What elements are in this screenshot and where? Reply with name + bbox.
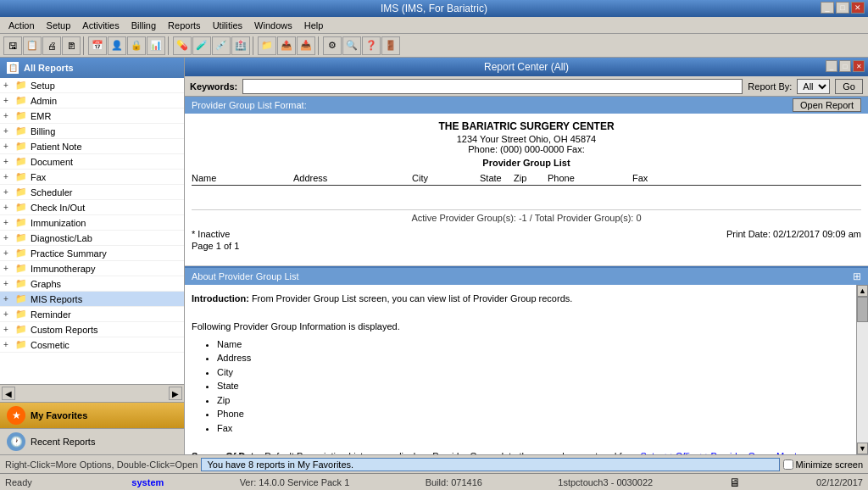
report-center: Report Center (All) _ □ ✕ Keywords: Repo… bbox=[185, 58, 868, 454]
tree-item-custom-reports[interactable]: + 📁 Custom Reports bbox=[0, 322, 184, 337]
tree-item-emr[interactable]: + 📁 EMR bbox=[0, 109, 184, 124]
tree-label-graphs: Graphs bbox=[31, 279, 61, 289]
toolbar-btn-17[interactable]: 🔍 bbox=[342, 36, 361, 55]
rc-restore-btn[interactable]: □ bbox=[839, 60, 851, 72]
toolbar-btn-19[interactable]: 🚪 bbox=[381, 36, 400, 55]
col-zip: Zip bbox=[514, 173, 548, 183]
expand-icon: + bbox=[3, 325, 15, 334]
toolbar-btn-3[interactable]: 🖨 bbox=[42, 36, 61, 55]
tree-item-mis-reports[interactable]: + 📁 MIS Reports bbox=[0, 292, 184, 307]
menu-windows[interactable]: Windows bbox=[249, 19, 298, 31]
toolbar-sep-1 bbox=[83, 36, 86, 55]
tree-item-diagnostic[interactable]: + 📁 Diagnostic/Lab bbox=[0, 231, 184, 246]
menu-activities[interactable]: Activities bbox=[77, 19, 124, 31]
folder-icon: 📁 bbox=[15, 217, 27, 228]
expand-icon: + bbox=[3, 187, 15, 197]
scrollbar-thumb[interactable] bbox=[857, 297, 868, 322]
tree-item-scheduler[interactable]: + 📁 Scheduler bbox=[0, 185, 184, 200]
tree-item-practice-summary[interactable]: + 📁 Practice Summary bbox=[0, 246, 184, 261]
menu-reports[interactable]: Reports bbox=[163, 19, 206, 31]
toolbar-btn-5[interactable]: 📅 bbox=[88, 36, 107, 55]
folder-icon: 📁 bbox=[15, 125, 27, 136]
tree-label-practice-summary: Practice Summary bbox=[31, 248, 107, 259]
title-controls: _ □ ✕ bbox=[821, 2, 865, 14]
about-body: Introduction: From Provider Group List s… bbox=[185, 285, 868, 454]
all-reports-header[interactable]: 📋 All Reports bbox=[0, 58, 184, 78]
toolbar-btn-16[interactable]: ⚙ bbox=[323, 36, 342, 55]
bullet-zip: Zip bbox=[217, 393, 849, 408]
tree-container: + 📁 Setup + 📁 Admin + 📁 EMR + 📁 Billing … bbox=[0, 78, 184, 384]
menu-billing[interactable]: Billing bbox=[126, 19, 161, 31]
tree-item-patient-note[interactable]: + 📁 Patient Note bbox=[0, 139, 184, 154]
report-by-select[interactable]: All bbox=[797, 79, 830, 94]
rc-minimize-btn[interactable]: _ bbox=[826, 60, 837, 72]
col-name: Name bbox=[192, 173, 293, 183]
tree-item-reminder[interactable]: + 📁 Reminder bbox=[0, 307, 184, 322]
clinic-phone: Phone: (000) 000-0000 Fax: bbox=[192, 144, 861, 154]
source-link[interactable]: Setup>>Office>>Provider Group Master bbox=[641, 451, 805, 455]
scroll-left-btn[interactable]: ◀ bbox=[2, 387, 15, 400]
clinic-name: THE BARIATRIC SURGERY CENTER bbox=[192, 120, 861, 132]
menu-action[interactable]: Action bbox=[3, 19, 40, 31]
tree-item-immunotherapy[interactable]: + 📁 Immunotherapy bbox=[0, 261, 184, 276]
tree-item-document[interactable]: + 📁 Document bbox=[0, 154, 184, 170]
bottom-status: Ready bbox=[5, 477, 56, 487]
menu-utilities[interactable]: Utilities bbox=[208, 19, 248, 31]
toolbar-btn-14[interactable]: 📤 bbox=[277, 36, 296, 55]
toolbar-btn-7[interactable]: 🔒 bbox=[127, 36, 146, 55]
tree-item-setup[interactable]: + 📁 Setup bbox=[0, 78, 184, 93]
scroll-right-btn[interactable]: ▶ bbox=[169, 387, 182, 400]
menu-setup[interactable]: Setup bbox=[42, 19, 76, 31]
rc-close-btn[interactable]: ✕ bbox=[853, 60, 865, 72]
menu-bar: Action Setup Activities Billing Reports … bbox=[0, 17, 868, 34]
toolbar-btn-13[interactable]: 📁 bbox=[258, 36, 276, 55]
recent-reports-section[interactable]: 🕐 Recent Reports bbox=[0, 428, 184, 454]
folder-icon: 📁 bbox=[15, 171, 27, 182]
go-button[interactable]: Go bbox=[835, 79, 863, 94]
reports-icon: 📋 bbox=[7, 62, 19, 74]
tree-item-fax[interactable]: + 📁 Fax bbox=[0, 170, 184, 185]
col-address: Address bbox=[293, 173, 412, 183]
toolbar-btn-18[interactable]: ❓ bbox=[362, 36, 381, 55]
keywords-input[interactable] bbox=[242, 79, 743, 94]
toolbar-btn-2[interactable]: 📋 bbox=[23, 36, 42, 55]
source-label: Source Of Data: bbox=[192, 451, 262, 455]
folder-icon: 📁 bbox=[15, 339, 27, 350]
tree-label-custom-reports: Custom Reports bbox=[31, 325, 97, 335]
tree-item-billing[interactable]: + 📁 Billing bbox=[0, 124, 184, 139]
my-favorites-section[interactable]: ★ My Favorites bbox=[0, 402, 184, 428]
minimize-screen-cb[interactable]: Minimize screen bbox=[783, 459, 863, 470]
toolbar-btn-1[interactable]: 🖫 bbox=[3, 36, 22, 55]
bottom-bar: Ready system Ver: 14.0.0 Service Pack 1 … bbox=[0, 473, 868, 490]
tree-item-immunization[interactable]: + 📁 Immunization bbox=[0, 215, 184, 231]
expand-icon: + bbox=[3, 218, 15, 227]
scrollbar-up-btn[interactable]: ▲ bbox=[857, 285, 868, 297]
scrollbar-down-btn[interactable]: ▼ bbox=[857, 443, 868, 454]
expand-icon: + bbox=[3, 264, 15, 273]
tree-item-admin[interactable]: + 📁 Admin bbox=[0, 93, 184, 109]
toolbar-btn-11[interactable]: 💉 bbox=[212, 36, 231, 55]
tree-item-cosmetic[interactable]: + 📁 Cosmetic bbox=[0, 337, 184, 353]
toolbar-btn-4[interactable]: 🖹 bbox=[62, 36, 81, 55]
about-content: Introduction: From Provider Group List s… bbox=[185, 285, 856, 454]
folder-icon: 📁 bbox=[15, 263, 27, 274]
about-expand-icon[interactable]: ⊞ bbox=[853, 270, 861, 282]
bullet-city: City bbox=[217, 365, 849, 380]
close-btn[interactable]: ✕ bbox=[851, 2, 865, 14]
bottom-build: Build: 071416 bbox=[426, 477, 482, 487]
toolbar-btn-15[interactable]: 📥 bbox=[297, 36, 315, 55]
minimize-btn[interactable]: _ bbox=[821, 2, 834, 14]
restore-btn[interactable]: □ bbox=[836, 2, 849, 14]
toolbar-btn-6[interactable]: 👤 bbox=[108, 36, 126, 55]
minimize-checkbox[interactable] bbox=[783, 459, 793, 470]
toolbar-btn-10[interactable]: 🧪 bbox=[192, 36, 211, 55]
open-report-button[interactable]: Open Report bbox=[793, 98, 861, 112]
tree-item-graphs[interactable]: + 📁 Graphs bbox=[0, 276, 184, 292]
toolbar-btn-12[interactable]: 🏥 bbox=[231, 36, 250, 55]
toolbar-btn-9[interactable]: 💊 bbox=[173, 36, 192, 55]
toolbar-btn-8[interactable]: 📊 bbox=[147, 36, 165, 55]
tree-label-admin: Admin bbox=[31, 96, 57, 106]
tree-item-checkinout[interactable]: + 📁 Check In/Out bbox=[0, 200, 184, 215]
menu-help[interactable]: Help bbox=[299, 19, 329, 31]
left-panel: 📋 All Reports + 📁 Setup + 📁 Admin + 📁 EM… bbox=[0, 58, 185, 454]
